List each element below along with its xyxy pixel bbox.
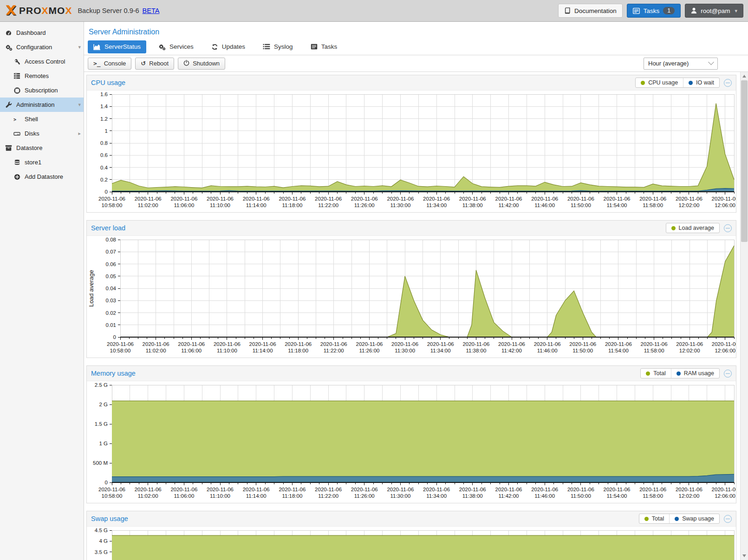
svg-text:2020-11-06: 2020-11-06 <box>427 341 454 347</box>
panel-server-load: Server loadLoad average00.010.020.030.04… <box>86 220 736 358</box>
chevron-down-icon[interactable]: ▾ <box>78 102 81 108</box>
sidebar-item-remotes[interactable]: Remotes <box>0 69 84 83</box>
legend-item-load-average[interactable]: Load average <box>666 223 719 233</box>
svg-text:12:02:00: 12:02:00 <box>679 493 700 499</box>
collapse-panel-icon[interactable] <box>724 79 732 87</box>
sidebar-item-dashboard[interactable]: Dashboard <box>0 26 84 40</box>
svg-text:11:50:00: 11:50:00 <box>571 493 591 499</box>
sidebar-item-datastore[interactable]: Datastore <box>0 141 84 155</box>
tab-label: Tasks <box>321 43 338 50</box>
syslog-icon <box>263 44 270 50</box>
brand-letter: X <box>65 5 72 16</box>
collapse-panel-icon[interactable] <box>724 224 732 232</box>
svg-text:2020-11-06: 2020-11-06 <box>567 196 594 202</box>
tab-updates[interactable]: Updates <box>206 40 251 53</box>
sidebar-item-subscription[interactable]: Subscription <box>0 83 84 98</box>
svg-text:11:54:00: 11:54:00 <box>607 493 627 499</box>
sidebar-item-label: Administration <box>16 101 54 108</box>
svg-text:11:06:00: 11:06:00 <box>181 348 202 353</box>
chart-cpu-usage: 00.20.40.60.811.21.41.62020-11-0610:58:0… <box>87 91 736 212</box>
shutdown-button[interactable]: Shutdown <box>178 58 225 70</box>
svg-text:2020-11-06: 2020-11-06 <box>459 196 486 202</box>
svg-text:0.06: 0.06 <box>106 261 116 267</box>
legend-item-io-wait[interactable]: IO wait <box>683 78 719 87</box>
svg-text:12:02:00: 12:02:00 <box>679 202 700 208</box>
svg-text:2020-11-06: 2020-11-06 <box>98 487 125 492</box>
svg-text:11:46:00: 11:46:00 <box>534 202 555 208</box>
legend-item-swap-usage[interactable]: Swap usage <box>669 514 719 523</box>
svg-text:0.04: 0.04 <box>106 286 117 291</box>
sidebar-item-label: Access Control <box>25 58 65 65</box>
svg-text:2020-11-06: 2020-11-06 <box>243 487 270 492</box>
svg-text:12:06:00: 12:06:00 <box>715 202 735 208</box>
main-content: Server Administration ServerStatusServic… <box>84 22 748 560</box>
svg-text:10:58:00: 10:58:00 <box>102 493 123 499</box>
chevron-right-icon[interactable]: ▸ <box>78 130 81 137</box>
svg-text:500 M: 500 M <box>93 460 108 466</box>
beta-link[interactable]: BETA <box>143 7 160 14</box>
panel-header: Server loadLoad average <box>87 221 736 236</box>
svg-text:11:54:00: 11:54:00 <box>607 202 627 208</box>
legend-item-cpu-usage[interactable]: CPU usage <box>636 78 683 87</box>
panel-cpu-usage: CPU usageCPU usageIO wait00.20.40.60.811… <box>86 75 736 213</box>
area-chart-icon <box>93 44 101 50</box>
sidebar-item-label: Configuration <box>16 44 52 51</box>
svg-text:2020-11-06: 2020-11-06 <box>639 487 666 492</box>
reboot-button[interactable]: ↺ Reboot <box>135 58 174 70</box>
sidebar-item-label: Datastore <box>16 144 42 151</box>
brand-letter: M <box>49 5 58 16</box>
gears-icon <box>158 44 166 50</box>
svg-text:2020-11-06: 2020-11-06 <box>351 196 378 202</box>
collapse-panel-icon[interactable] <box>724 370 732 378</box>
gauge-icon <box>5 29 13 36</box>
sidebar-item-configuration[interactable]: Configuration▾ <box>0 40 84 54</box>
charts-scroll-area: CPU usageCPU usageIO wait00.20.40.60.811… <box>84 72 740 560</box>
tab-syslog[interactable]: Syslog <box>257 40 299 53</box>
reboot-label: Reboot <box>149 60 169 67</box>
svg-text:2020-11-06: 2020-11-06 <box>207 487 234 492</box>
sidebar-item-disks[interactable]: Disks▸ <box>0 126 84 141</box>
tab-services[interactable]: Services <box>153 40 199 53</box>
documentation-button[interactable]: Documentation <box>558 4 623 18</box>
tasks-count-badge: 1 <box>663 7 675 14</box>
svg-text:2020-11-06: 2020-11-06 <box>641 341 668 347</box>
scroll-down-button[interactable] <box>741 552 748 560</box>
console-button[interactable]: >_ Console <box>88 58 131 70</box>
legend-dot-icon <box>676 371 681 376</box>
svg-text:2020-11-06: 2020-11-06 <box>712 341 736 347</box>
svg-text:2020-11-06: 2020-11-06 <box>459 487 486 492</box>
legend-item-total[interactable]: Total <box>639 514 669 523</box>
scrollbar-thumb[interactable] <box>741 80 748 242</box>
legend-item-ram-usage[interactable]: RAM usage <box>671 369 719 378</box>
collapse-panel-icon[interactable] <box>724 515 732 523</box>
svg-text:0.01: 0.01 <box>106 322 116 328</box>
sidebar-item-add-datastore[interactable]: Add Datastore <box>0 169 84 184</box>
svg-text:2020-11-06: 2020-11-06 <box>315 196 342 202</box>
user-menu-button[interactable]: root@pam ▾ <box>685 4 743 18</box>
svg-text:11:22:00: 11:22:00 <box>318 202 338 208</box>
svg-text:0.6: 0.6 <box>100 152 108 158</box>
scroll-up-button[interactable] <box>741 72 748 80</box>
sidebar-item-label: Add Datastore <box>25 173 63 180</box>
chevron-down-icon[interactable]: ▾ <box>78 44 81 50</box>
sidebar-item-access-control[interactable]: Access Control <box>0 54 84 69</box>
sidebar-item-administration[interactable]: Administration▾ <box>0 98 84 112</box>
svg-text:11:34:00: 11:34:00 <box>430 348 451 353</box>
terminal-icon: >_ <box>13 116 21 123</box>
svg-text:1.4: 1.4 <box>100 104 108 109</box>
svg-text:11:42:00: 11:42:00 <box>501 348 522 353</box>
time-range-select[interactable]: Hour (average) <box>644 58 718 70</box>
svg-text:0: 0 <box>105 189 108 195</box>
tab-label: Syslog <box>274 43 293 50</box>
svg-text:>_: >_ <box>13 117 20 122</box>
legend-item-total[interactable]: Total <box>641 369 670 378</box>
tasks-button[interactable]: Tasks 1 <box>627 4 681 18</box>
reboot-icon: ↺ <box>141 60 146 66</box>
book-icon <box>564 7 571 14</box>
sidebar-item-store1[interactable]: store1 <box>0 155 84 169</box>
tab-tasks[interactable]: Tasks <box>305 40 343 53</box>
panel-title: Swap usage <box>91 515 128 522</box>
tab-serverstatus[interactable]: ServerStatus <box>88 40 146 53</box>
sidebar-item-shell[interactable]: >_Shell <box>0 112 84 126</box>
vertical-scrollbar[interactable] <box>740 72 748 560</box>
